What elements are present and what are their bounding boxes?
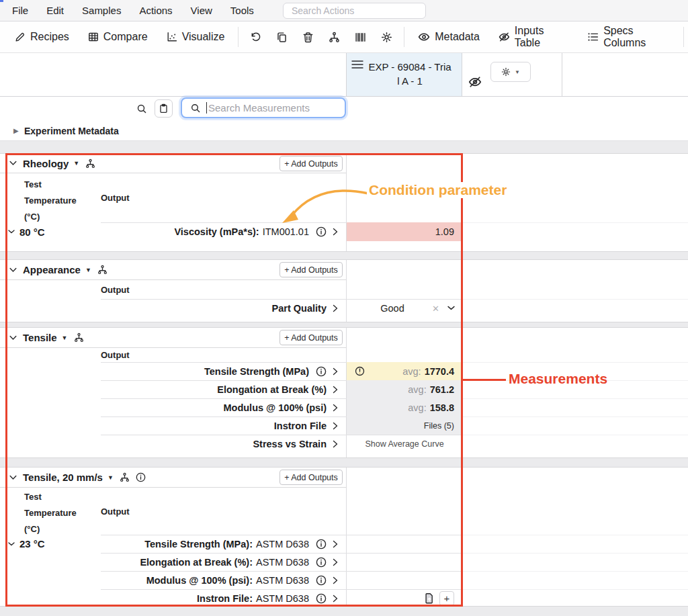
chevron-right-icon[interactable] [333, 304, 338, 312]
caret-down-icon[interactable]: ▼ [108, 474, 114, 481]
caret-down-icon[interactable]: ▼ [73, 160, 79, 167]
dropdown-value: Good [380, 303, 404, 314]
delete-button[interactable] [295, 21, 321, 52]
measurement-row: Elongation at Break (%):ASTM D638 [0, 553, 688, 571]
section-title[interactable]: Tensile, 20 mm/s [23, 472, 103, 483]
add-outputs-button[interactable]: + Add Outputs [280, 330, 343, 345]
sitemap-icon[interactable] [97, 265, 108, 275]
chevron-right-icon[interactable] [333, 422, 338, 430]
info-icon[interactable] [316, 539, 327, 549]
specs-columns-button[interactable]: Specs Columns [578, 21, 683, 52]
chevron-right-icon[interactable] [333, 404, 338, 412]
menu-file[interactable]: File [12, 5, 28, 16]
search-actions-input[interactable] [283, 3, 426, 19]
chevron-right-icon[interactable] [333, 386, 338, 394]
value-cell-dropdown[interactable]: Good ✕ [347, 299, 462, 318]
chevron-right-icon[interactable] [333, 440, 338, 448]
caret-down-icon[interactable]: ▼ [85, 267, 91, 273]
chevron-right-icon[interactable] [333, 228, 338, 236]
menu-edit[interactable]: Edit [46, 5, 64, 16]
file-upload-icon[interactable] [424, 592, 435, 604]
undo-button[interactable] [243, 21, 269, 52]
info-icon[interactable] [316, 593, 327, 604]
measurement-name-cell[interactable]: Viscosity (mPa*s):ITM001.01 [0, 222, 346, 241]
compare-button[interactable]: Compare [79, 21, 157, 52]
clipboard-button[interactable] [155, 99, 173, 118]
measurement-name-cell[interactable]: Elongation at Break (%):ASTM D638 [0, 553, 346, 571]
recipes-button[interactable]: Recipes [5, 21, 79, 52]
value-cell-flagged[interactable]: 1.09 [347, 222, 462, 241]
duplicate-button[interactable] [269, 21, 295, 52]
add-outputs-button[interactable]: + Add Outputs [280, 262, 343, 277]
info-icon[interactable] [316, 557, 327, 568]
app-window: File Edit Samples Actions View Tools Rec… [0, 0, 688, 616]
hierarchy-button[interactable] [321, 21, 347, 52]
sitemap-icon[interactable] [85, 159, 95, 169]
add-file-button[interactable]: + [439, 591, 454, 606]
chevron-down-icon[interactable] [447, 306, 455, 310]
section-title[interactable]: Tensile [23, 332, 57, 343]
show-average-curve-button[interactable]: Show Average Curve [347, 435, 462, 453]
sitemap-icon [329, 32, 340, 43]
caret-down-icon[interactable]: ▼ [62, 335, 68, 341]
measurement-name-cell[interactable]: Stress vs Strain [0, 435, 346, 453]
measurement-name-cell[interactable]: Instron File [0, 416, 346, 435]
specs-columns-label: Specs Columns [603, 25, 674, 49]
settings-button[interactable] [374, 21, 400, 52]
collapse-chevron-icon[interactable] [9, 267, 17, 273]
value-cell-average[interactable]: avg:761.2 [347, 380, 462, 398]
collapse-chevron-icon[interactable] [9, 335, 17, 341]
recipes-label: Recipes [30, 31, 69, 43]
menu-view[interactable]: View [191, 5, 212, 16]
chevron-right-icon[interactable] [333, 576, 338, 584]
value-cell-files[interactable]: Files (5) [347, 416, 462, 435]
chevron-right-icon[interactable] [333, 540, 338, 548]
measurement-name-cell[interactable]: Tensile Strength (MPa):ASTM D638 [0, 535, 346, 553]
search-measurements-box[interactable] [181, 97, 346, 118]
metadata-toggle-button[interactable]: Metadata [408, 21, 489, 52]
row-separator [463, 362, 688, 363]
value-cell-empty[interactable] [347, 535, 462, 553]
visualize-button[interactable]: Visualize [157, 21, 234, 52]
measurement-name-cell[interactable]: Part Quality [0, 299, 346, 318]
info-icon[interactable] [316, 366, 327, 377]
chevron-right-icon[interactable] [333, 595, 338, 603]
experiment-column-header[interactable]: EXP - 69084 - Tria l A - 1 [346, 53, 462, 96]
output-column-header: Output [101, 348, 130, 362]
section-title[interactable]: Appearance [23, 264, 81, 275]
barcode-button[interactable] [347, 21, 374, 52]
menu-actions[interactable]: Actions [139, 5, 172, 16]
sitemap-icon[interactable] [120, 472, 130, 482]
collapse-chevron-icon[interactable] [9, 475, 17, 480]
experiment-metadata-row[interactable]: ▶ Experiment Metadata [0, 121, 688, 141]
menu-samples[interactable]: Samples [82, 5, 121, 16]
menu-bar: File Edit Samples Actions View Tools [0, 0, 688, 21]
clipboard-icon [159, 103, 169, 114]
chevron-right-icon[interactable] [333, 367, 338, 376]
info-icon[interactable] [136, 472, 146, 482]
measurement-name-cell[interactable]: Modulus @ 100% (psi):ASTM D638 [0, 571, 346, 589]
measurement-name-cell[interactable]: Instron File:ASTM D638 [0, 589, 346, 607]
add-outputs-button[interactable]: + Add Outputs [280, 156, 343, 171]
collapse-chevron-icon[interactable] [9, 161, 17, 166]
value-cell-empty[interactable] [347, 571, 462, 589]
clear-x-icon[interactable]: ✕ [432, 304, 439, 314]
info-icon[interactable] [316, 575, 327, 586]
measurement-name-cell[interactable]: Elongation at Break (%) [0, 380, 346, 398]
sitemap-icon[interactable] [74, 333, 84, 343]
value-cell-empty[interactable] [347, 553, 462, 571]
value-cell-average[interactable]: avg:158.8 [347, 398, 462, 416]
chevron-right-icon[interactable] [333, 558, 338, 566]
measurement-name-cell[interactable]: Modulus @ 100% (psi) [0, 398, 346, 416]
info-icon[interactable] [316, 226, 327, 237]
search-measurements-input[interactable] [208, 102, 339, 114]
chevron-right-icon[interactable]: ▶ [13, 127, 19, 134]
menu-tools[interactable]: Tools [230, 5, 254, 16]
measurement-name-cell[interactable]: Tensile Strength (MPa) [0, 362, 346, 380]
value-cell-warning[interactable]: avg:1770.4 [347, 362, 462, 380]
section-title[interactable]: Rheology [23, 158, 69, 169]
add-outputs-button[interactable]: + Add Outputs [280, 470, 343, 485]
inputs-table-toggle-button[interactable]: Inputs Table [489, 21, 578, 52]
column-settings-button[interactable]: ▼ [490, 62, 531, 82]
hide-column-eye-slash-icon[interactable] [468, 75, 482, 89]
